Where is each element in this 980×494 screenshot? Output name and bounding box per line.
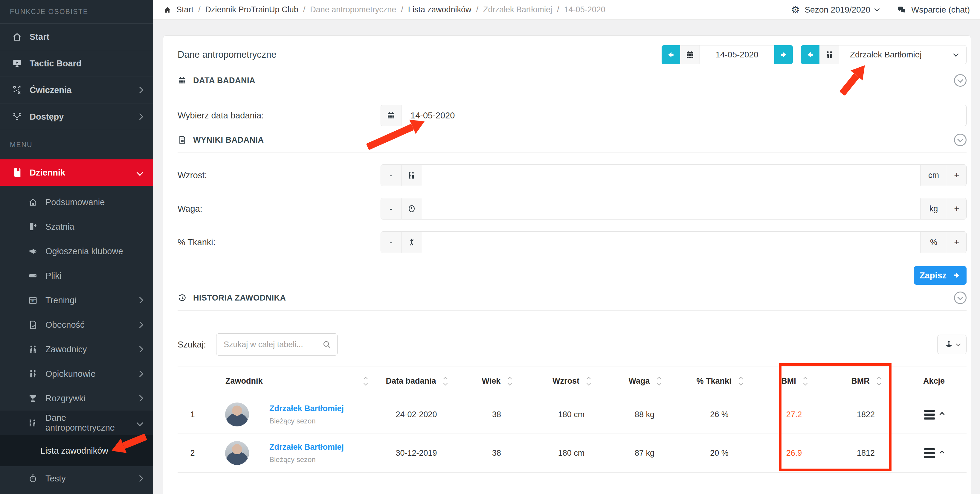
menu-icon bbox=[924, 410, 935, 419]
player-prev-button[interactable] bbox=[801, 45, 819, 64]
sidebar-item-dostepy[interactable]: Dostępy bbox=[0, 104, 153, 130]
chevron-up-icon bbox=[940, 412, 945, 417]
sidebar-item-obecnosc[interactable]: Obecność bbox=[0, 312, 153, 337]
sidebar-item-rozgrywki[interactable]: Rozgrywki bbox=[0, 386, 153, 411]
search-input[interactable] bbox=[216, 333, 337, 355]
sidebar-item-ogloszenia[interactable]: Ogłoszenia klubowe bbox=[0, 239, 153, 263]
increment-button[interactable]: + bbox=[947, 232, 966, 253]
cell-bmi: 26.9 bbox=[757, 434, 831, 472]
table-header-index bbox=[178, 367, 207, 395]
sidebar-item-label: Testy bbox=[45, 474, 66, 483]
sort-icon[interactable] bbox=[587, 378, 590, 385]
sort-icon[interactable] bbox=[658, 378, 661, 385]
search-label: Szukaj: bbox=[178, 340, 206, 349]
sidebar-item-dziennik[interactable]: Dziennik bbox=[0, 159, 153, 186]
breadcrumb-item[interactable]: Start bbox=[177, 5, 193, 14]
sidebar-item-label: Dostępy bbox=[30, 112, 64, 122]
topbar: Start / Dziennik ProTrainUp Club / Dane … bbox=[153, 0, 980, 20]
sidebar-item-treningi[interactable]: 31 Treningi bbox=[0, 288, 153, 312]
table-header[interactable]: Wiek bbox=[458, 367, 535, 395]
breadcrumb-item[interactable]: Zdrzałek Bartłomiej bbox=[483, 5, 552, 14]
sort-icon[interactable] bbox=[508, 378, 511, 385]
sidebar-item-dane-antropometryczne[interactable]: Dane antropometryczne bbox=[0, 411, 153, 435]
sidebar-item-opiekunowie[interactable]: Opiekunowie bbox=[0, 362, 153, 386]
cell-age: 38 bbox=[458, 434, 535, 472]
table-header[interactable]: BMI bbox=[757, 367, 831, 395]
sort-icon[interactable] bbox=[739, 378, 742, 385]
sidebar: FUNKCJE OSOBISTE Start Tactic Board Ćwic… bbox=[0, 0, 153, 494]
player-select[interactable]: Zdrzałek Bartłomiej bbox=[839, 45, 967, 64]
weight-unit: kg bbox=[920, 198, 947, 219]
collapse-section-button[interactable] bbox=[954, 292, 967, 304]
date-next-button[interactable] bbox=[774, 45, 793, 64]
tactic-board-icon bbox=[10, 58, 24, 69]
player-link[interactable]: Zdrzałek Bartłomiej bbox=[269, 443, 344, 452]
sort-icon[interactable] bbox=[364, 378, 367, 385]
breadcrumb-home-icon[interactable] bbox=[163, 6, 172, 14]
height-field-row: Wzrost: - cm + bbox=[178, 164, 967, 186]
chevron-right-icon bbox=[137, 113, 143, 120]
date-nav-value[interactable]: 14-05-2020 bbox=[700, 45, 774, 64]
save-button[interactable]: Zapisz bbox=[914, 266, 967, 285]
table-header[interactable]: Waga bbox=[607, 367, 682, 395]
table-header[interactable]: Data badania bbox=[375, 367, 458, 395]
increment-button[interactable]: + bbox=[947, 198, 966, 219]
height-unit: cm bbox=[920, 165, 947, 186]
sidebar-item-szatnia[interactable]: Szatnia bbox=[0, 214, 153, 239]
height-input[interactable] bbox=[422, 165, 920, 186]
breadcrumb-item[interactable]: Lista zawodników bbox=[408, 5, 471, 14]
chevron-right-icon bbox=[137, 371, 143, 378]
season-selector[interactable]: ⚙ Sezon 2019/2020 bbox=[791, 5, 879, 14]
cell-fat: 26 % bbox=[682, 395, 757, 433]
sidebar-item-testy[interactable]: Testy bbox=[0, 466, 153, 491]
avatar bbox=[225, 441, 249, 465]
sort-icon[interactable] bbox=[804, 378, 807, 385]
sidebar-item-label: Obecność bbox=[45, 320, 84, 330]
table-header[interactable]: Wzrost bbox=[535, 367, 607, 395]
avatar bbox=[225, 403, 249, 426]
table-header[interactable]: % Tkanki bbox=[682, 367, 757, 395]
date-prev-button[interactable] bbox=[662, 45, 680, 64]
sort-icon[interactable] bbox=[444, 378, 447, 385]
table-header-row: Zawodnik Data badania Wiek Wzrost Waga %… bbox=[178, 367, 967, 395]
collapse-section-button[interactable] bbox=[954, 134, 967, 146]
date-field-value[interactable]: 14-05-2020 bbox=[401, 105, 966, 126]
player-link[interactable]: Zdrzałek Bartłomiej bbox=[269, 404, 344, 413]
decrement-button[interactable]: - bbox=[381, 232, 401, 253]
support-label: Wsparcie (chat) bbox=[911, 5, 970, 14]
cell-actions bbox=[900, 434, 968, 472]
table-header[interactable]: Zawodnik bbox=[207, 367, 375, 395]
increment-button[interactable]: + bbox=[947, 165, 966, 186]
sidebar-item-podsumowanie[interactable]: Podsumowanie bbox=[0, 190, 153, 214]
cell-weight: 88 kg bbox=[607, 395, 682, 433]
sidebar-item-lista-zawodnikow[interactable]: Lista zawodników bbox=[0, 435, 153, 466]
trophy-icon bbox=[26, 394, 40, 403]
decrement-button[interactable]: - bbox=[381, 198, 401, 219]
calendar-icon bbox=[381, 105, 401, 126]
table-header[interactable]: BMR bbox=[831, 367, 900, 395]
sidebar-item-zawodnicy[interactable]: Zawodnicy bbox=[0, 337, 153, 362]
breadcrumb-item[interactable]: 14-05-2020 bbox=[564, 5, 605, 14]
row-actions-button[interactable] bbox=[924, 448, 944, 458]
sidebar-item-tactic-board[interactable]: Tactic Board bbox=[0, 50, 153, 77]
accesses-icon bbox=[10, 112, 24, 122]
chevron-down-icon bbox=[137, 169, 143, 176]
sidebar-item-pliki[interactable]: Pliki bbox=[0, 263, 153, 288]
sidebar-item-start[interactable]: Start bbox=[0, 24, 153, 50]
sort-icon[interactable] bbox=[877, 378, 880, 385]
arrow-right-icon bbox=[953, 271, 961, 280]
chevron-down-icon bbox=[137, 419, 143, 426]
decrement-button[interactable]: - bbox=[381, 165, 401, 186]
date-field[interactable]: 14-05-2020 bbox=[380, 105, 967, 126]
breadcrumb-item[interactable]: Dane antropometryczne bbox=[310, 5, 396, 14]
breadcrumb-item[interactable]: Dziennik ProTrainUp Club bbox=[205, 5, 298, 14]
cell-bmr: 1812 bbox=[831, 434, 900, 472]
fat-input[interactable] bbox=[422, 232, 920, 253]
support-chat-button[interactable]: Wsparcie (chat) bbox=[897, 5, 970, 14]
row-actions-button[interactable] bbox=[924, 410, 944, 419]
export-button[interactable] bbox=[937, 335, 967, 354]
weight-input[interactable] bbox=[422, 198, 920, 219]
collapse-section-button[interactable] bbox=[954, 74, 967, 87]
sidebar-item-cwiczenia[interactable]: Ćwiczenia bbox=[0, 77, 153, 104]
breadcrumb: Start / Dziennik ProTrainUp Club / Dane … bbox=[163, 5, 605, 14]
